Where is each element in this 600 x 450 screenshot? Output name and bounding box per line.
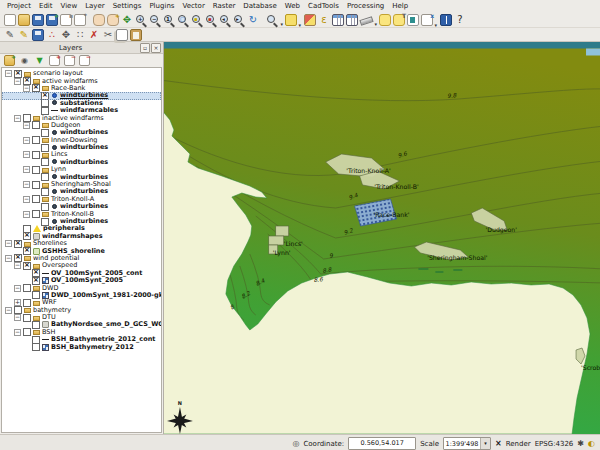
refresh-icon[interactable]: ↻ [247,14,259,26]
visibility-checkbox[interactable] [32,195,40,203]
new-bookmark-icon[interactable] [407,14,419,26]
chevron-down-icon[interactable]: ▾ [480,438,490,449]
visibility-checkbox[interactable] [41,158,49,166]
expand-all-icon[interactable]: + [49,55,60,66]
visibility-checkbox[interactable]: × [32,277,40,285]
expander-icon[interactable]: − [23,151,30,158]
zoom-next-icon[interactable]: ▸ [233,14,245,26]
visibility-checkbox[interactable] [32,136,40,144]
layer-row-windfarmshapes[interactable]: ×windfarmshapes [2,233,161,240]
menu-project[interactable]: Project [3,1,35,11]
visibility-checkbox[interactable]: × [23,232,31,240]
remove-layer-icon[interactable]: − [79,55,90,66]
visibility-checkbox[interactable]: × [23,247,31,255]
collapse-all-icon[interactable]: − [64,55,75,66]
menu-edit[interactable]: Edit [35,1,57,11]
visibility-checkbox[interactable] [32,181,40,189]
open-table-icon[interactable] [346,14,358,26]
map-tips-icon[interactable] [379,14,391,26]
panel-float-button[interactable]: ▫ [140,43,150,53]
panel-close-button[interactable]: × [151,43,161,53]
gear-icon[interactable]: ✱ [577,439,584,448]
messages-log-icon[interactable]: ◐ [588,439,595,448]
zoom-out-icon[interactable]: − [149,14,161,26]
visibility-checkbox[interactable] [23,284,31,292]
visibility-checkbox[interactable] [23,328,31,336]
expander-icon[interactable]: − [23,122,30,129]
delete-selected-icon[interactable]: ✗ [88,29,100,41]
open-project-icon[interactable] [18,14,30,26]
visibility-checkbox[interactable] [23,299,31,307]
expander-icon[interactable]: − [5,307,12,314]
zoom-to-selection-icon[interactable]: ▪ [191,14,203,26]
new-print-composer-icon[interactable]: ▪ [60,14,72,26]
visibility-checkbox[interactable] [32,166,40,174]
zoom-in-icon[interactable]: + [135,14,147,26]
save-edits-icon[interactable] [32,29,44,41]
map-canvas[interactable]: N 9.89.69.49.298.88.68.48.28 'Triton-Kno… [164,42,600,434]
menu-raster[interactable]: Raster [209,1,240,11]
expander-icon[interactable]: − [5,70,12,77]
select-features-icon[interactable]: ▾ [285,14,297,26]
expander-icon[interactable]: − [5,255,12,262]
pan-to-selection-icon[interactable]: + [107,14,119,26]
expander-icon[interactable]: − [5,240,12,247]
save-project-icon[interactable] [32,14,44,26]
expander-icon[interactable]: − [14,262,21,269]
copy-features-icon[interactable] [116,29,128,41]
expander-icon[interactable]: − [23,181,30,188]
visibility-checkbox[interactable]: × [23,262,31,270]
composer-manager-icon[interactable]: * [74,14,86,26]
new-project-icon[interactable] [4,14,16,26]
cut-features-icon[interactable]: ✂ [102,29,114,41]
expander-icon[interactable]: − [14,115,21,122]
menu-processing[interactable]: Processing [343,1,388,11]
toggle-editing-icon[interactable]: ✎ [18,29,30,41]
help-contents-icon[interactable] [440,14,452,26]
coordinate-input[interactable]: 0.560,54.017 [348,437,416,450]
expander-icon[interactable]: − [23,211,30,218]
visibility-checkbox[interactable] [32,291,40,299]
menu-layer[interactable]: Layer [81,1,109,11]
menu-web[interactable]: Web [281,1,304,11]
pan-map-icon[interactable] [93,14,105,26]
menu-plugins[interactable]: Plugins [145,1,178,11]
visibility-checkbox[interactable] [32,121,40,129]
menu-cadtools[interactable]: CadTools [304,1,343,11]
menu-view[interactable]: View [57,1,82,11]
scale-combo[interactable]: 1:399'498 ▾ [443,437,491,450]
add-feature-icon[interactable]: ∴ [46,29,58,41]
measure-icon[interactable]: ▾ [360,14,372,26]
visibility-checkbox[interactable]: × [32,84,40,92]
visibility-checkbox[interactable] [32,151,40,159]
layer-row-bsh-bathymetry-2012[interactable]: BSH_Bathymetry_2012 [2,343,161,350]
visibility-checkbox[interactable] [41,203,49,211]
move-icon[interactable]: ✥ [121,14,133,26]
save-project-as-icon[interactable]: + [46,14,58,26]
attribute-table-icon[interactable] [332,14,344,26]
visibility-checkbox[interactable] [23,314,31,322]
manage-visibility-icon[interactable]: ◉ [19,55,30,66]
zoom-last-icon[interactable]: ◂ [219,14,231,26]
layer-row-gshhs-shoreline[interactable]: ×GSHHS_shoreline [2,247,161,254]
whats-this-icon[interactable]: ? [454,14,466,26]
menu-database[interactable]: Database [239,1,280,11]
visibility-checkbox[interactable] [32,343,40,351]
expander-icon[interactable]: − [23,196,30,203]
field-calculator-icon[interactable]: x▾ [421,14,433,26]
zoom-native-icon[interactable]: 1 [163,14,175,26]
render-checkbox[interactable]: × [495,439,502,448]
zoom-full-icon[interactable]: □ [177,14,189,26]
crs-status-button[interactable]: EPSG:4326 [535,440,574,448]
expander-icon[interactable]: − [14,78,21,85]
expander-icon[interactable]: − [14,314,21,321]
zoom-point-icon[interactable]: ▾ [266,14,278,26]
visibility-checkbox[interactable] [32,321,40,329]
zoom-to-layer-icon[interactable]: ▪ [205,14,217,26]
visibility-checkbox[interactable] [41,129,49,137]
group-row-wrf[interactable]: +WRF [2,299,161,306]
menu-help[interactable]: Help [388,1,412,11]
add-group-icon[interactable]: + [4,55,15,66]
menu-vector[interactable]: Vector [178,1,208,11]
group-row-bathymetry[interactable]: −bathymetry [2,307,161,314]
